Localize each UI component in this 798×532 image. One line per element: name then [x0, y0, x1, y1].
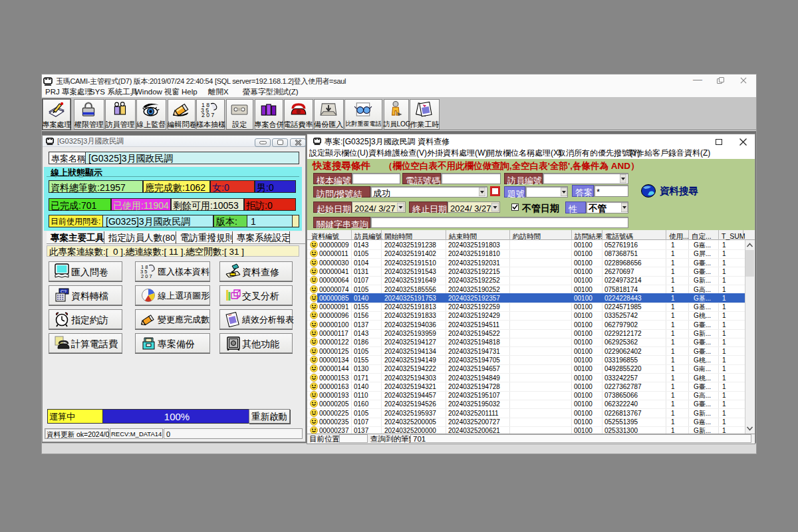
svg-text:2 0 7: 2 0 7: [141, 273, 152, 279]
svg-text:2 0 7: 2 0 7: [201, 112, 214, 118]
